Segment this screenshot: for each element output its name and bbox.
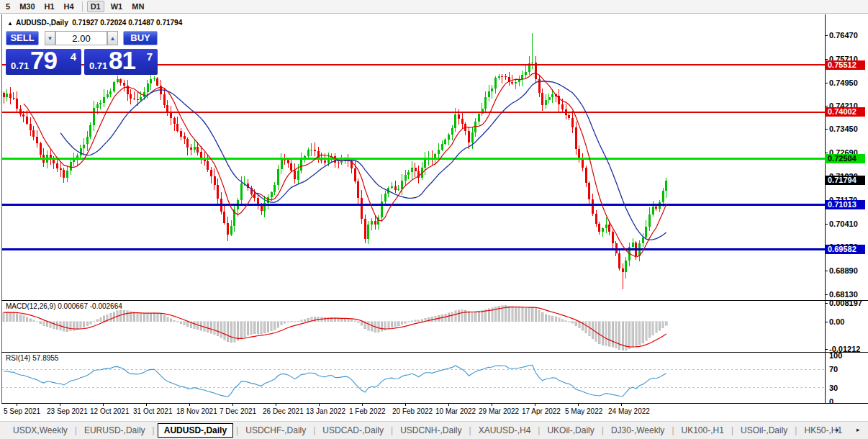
chart-tab-bar: USDX,Weekly|EURUSD-,Daily|AUDUSD-,Daily|…: [0, 421, 868, 439]
y-tick-label: 0.76470: [829, 31, 858, 40]
volume-input[interactable]: [55, 31, 107, 45]
tab-separator: |: [795, 425, 797, 435]
y-tick-mark: [825, 83, 828, 83]
x-tick-label: 29 Mar 2022: [479, 407, 519, 415]
buy-price-sup: 7: [147, 50, 153, 63]
x-tick-mark: [17, 404, 17, 406]
price-badge: 0.69582: [825, 245, 865, 254]
macd-signal-line: [4, 307, 666, 347]
timeframe-h4[interactable]: H4: [61, 1, 77, 12]
buy-button[interactable]: BUY: [123, 31, 158, 45]
macd-tick-label: 0.008197: [829, 299, 862, 307]
macd-histogram: [3, 305, 667, 350]
x-tick-label: 13 Jan 2022: [306, 407, 345, 415]
y-tick-label: 0.74950: [829, 78, 858, 87]
rsi-tick-label: 30: [829, 384, 838, 392]
timeframe-mn[interactable]: MN: [129, 1, 147, 12]
x-tick-mark: [146, 404, 147, 406]
tab-dj30-weekly[interactable]: DJ30-,Weekly: [607, 423, 669, 438]
x-tick-label: 10 Mar 2022: [435, 407, 476, 415]
tab-scroll-left-icon[interactable]: ◂: [835, 426, 838, 433]
chart-macd-separator[interactable]: [1, 300, 868, 301]
x-tick-label: 7 Dec 2021: [220, 407, 256, 415]
tab-usdcnh-daily[interactable]: USDCNH-,Daily: [396, 423, 466, 438]
tab-separator: |: [153, 425, 155, 435]
timeframe-w1[interactable]: W1: [108, 1, 126, 12]
x-tick-mark: [362, 404, 363, 406]
y-tick-mark: [825, 106, 828, 107]
x-tick-label: 26 Dec 2021: [263, 407, 304, 415]
ma-slow-line[interactable]: [60, 81, 666, 240]
sell-price-sup: 4: [71, 50, 76, 63]
tab-separator: |: [602, 425, 604, 435]
x-tick-mark: [276, 404, 276, 406]
tab-usdchf-daily[interactable]: USDCHF-,Daily: [241, 423, 310, 438]
one-click-trade-widget: SELL ▼ ▲ BUY 0.71 79 4 0.71 81 7: [6, 31, 158, 75]
sell-price-panel[interactable]: 0.71 79 4: [6, 49, 81, 75]
y-tick-mark: [825, 294, 828, 295]
rsi-tick-label: 100: [829, 351, 842, 360]
x-tick-mark: [448, 404, 449, 406]
rsi-panel[interactable]: [1, 353, 825, 403]
trading-platform-window: { "toolbar": { "items": ["5", "M30", "H1…: [0, 0, 868, 439]
x-tick-label: 24 May 2022: [608, 407, 650, 415]
x-tick-label: 5 Sep 2021: [4, 407, 40, 415]
ma-fast-line[interactable]: [24, 73, 666, 257]
x-tick-label: 20 Feb 2022: [392, 407, 433, 415]
buy-price-prefix: 0.71: [89, 60, 107, 71]
date-axis: 5 Sep 202123 Sep 202112 Oct 202131 Oct 2…: [0, 404, 868, 421]
timeframe-5[interactable]: 5: [3, 1, 13, 12]
tab-ukoil-daily[interactable]: UKOil-,Daily: [543, 423, 598, 438]
x-tick-mark: [621, 404, 622, 406]
x-tick-mark: [232, 404, 233, 406]
tab-hk50-h1[interactable]: HK50-,H1: [800, 423, 846, 438]
volume-down-button[interactable]: ▼: [45, 31, 55, 45]
tab-scroll-right-icon[interactable]: ▸: [856, 426, 860, 433]
tab-separator: |: [672, 425, 674, 435]
x-tick-label: 17 Apr 2022: [522, 407, 561, 415]
y-tick-label: 0.73450: [829, 125, 858, 133]
x-tick-mark: [492, 404, 492, 406]
sell-price-prefix: 0.71: [11, 60, 29, 71]
price-badge: 0.74002: [825, 107, 865, 117]
macd-rsi-separator[interactable]: [1, 352, 868, 353]
y-tick-label: 0.68130: [829, 290, 858, 299]
x-tick-mark: [60, 404, 60, 406]
sell-price-big: 79: [30, 49, 57, 75]
tab-uk100-h1[interactable]: UK100-,H1: [677, 423, 728, 438]
y-tick-mark: [825, 224, 828, 225]
macd-values: 0.000667 -0.002664: [58, 302, 122, 310]
x-tick-mark: [189, 404, 190, 406]
rsi-line: [4, 365, 666, 397]
y-tick-mark: [825, 129, 828, 130]
rsi-tick-label: 70: [829, 365, 838, 374]
y-tick-mark: [825, 59, 828, 60]
x-tick-label: 5 May 2022: [565, 407, 602, 415]
chart-left-border: [1, 14, 2, 403]
tab-usdx-weekly[interactable]: USDX,Weekly: [9, 423, 72, 438]
timeframe-h1[interactable]: H1: [42, 1, 58, 12]
y-tick-mark: [825, 349, 828, 350]
sell-button[interactable]: SELL: [6, 31, 39, 45]
y-tick-label: 0.68890: [829, 266, 858, 275]
tab-xauusd-h4[interactable]: XAUUSD-,H4: [474, 423, 535, 438]
arrow-down-icon: ▼: [48, 35, 53, 42]
tab-separator: |: [538, 425, 540, 435]
y-tick-mark: [825, 271, 828, 271]
arrow-up-icon: ▲: [110, 35, 116, 42]
horizontal-level-lines[interactable]: [1, 64, 825, 250]
tab-eurusd-daily[interactable]: EURUSD-,Daily: [80, 423, 150, 438]
buy-price-panel[interactable]: 0.71 81 7: [84, 49, 158, 75]
price-badge: 0.71794: [825, 176, 865, 185]
buy-price-big: 81: [109, 49, 135, 75]
timeframe-d1[interactable]: D1: [87, 1, 104, 12]
x-tick-mark: [319, 404, 320, 406]
macd-panel[interactable]: [1, 301, 825, 352]
timeframe-m30[interactable]: M30: [17, 1, 37, 12]
tab-usoil-daily[interactable]: USOil-,Daily: [736, 423, 792, 438]
tab-audusd-daily[interactable]: AUDUSD-,Daily: [158, 423, 233, 438]
rsi-level-lines: [1, 369, 825, 388]
tab-usdcad-daily[interactable]: USDCAD-,Daily: [318, 423, 388, 438]
price-badge: 0.71013: [825, 200, 865, 209]
volume-up-button[interactable]: ▲: [107, 31, 118, 45]
